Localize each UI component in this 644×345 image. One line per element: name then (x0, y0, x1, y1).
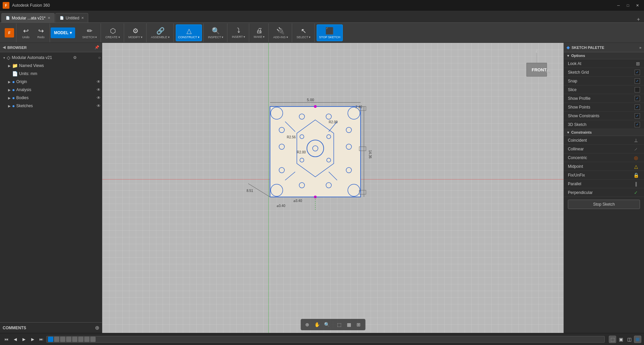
sketch-palette-pin[interactable]: » (639, 46, 641, 50)
show-points-checkbox[interactable] (635, 105, 640, 110)
fix-unfix-row[interactable]: Fix/UnFix 🔒 (564, 171, 644, 180)
viewport-orbit-btn[interactable]: ⊕ (303, 320, 312, 329)
viewcube[interactable]: FRONT X Z (520, 50, 553, 83)
timeline-marker-4 (72, 337, 77, 342)
model-dropdown[interactable]: MODEL ▾ (51, 27, 75, 38)
timeline-view-btn2[interactable]: ▣ (617, 336, 625, 343)
tab-label-modular: Modular ...ata v21* (12, 16, 46, 20)
timeline-marker-5 (78, 337, 84, 342)
midpoint-icon: △ (632, 164, 640, 169)
timeline-prev-button[interactable]: ◀ (11, 336, 19, 343)
assemble-button[interactable]: 🔗 ASSEMBLE ▾ (149, 24, 172, 41)
look-at-action[interactable]: ⊞ (636, 61, 640, 66)
timeline-marker-2 (60, 337, 65, 342)
tree-item-root[interactable]: ▾ ◇ Modular Automata v21 ⚙ ○ (0, 54, 102, 62)
browser-tree: ▾ ◇ Modular Automata v21 ⚙ ○ ▶ 📁 Named V… (0, 52, 102, 322)
origin-eye[interactable]: 👁 (97, 79, 101, 84)
tree-item-origin[interactable]: ▶ ● Origin 👁 (0, 78, 102, 86)
tab-close-untitled[interactable]: ✕ (81, 16, 84, 20)
viewport-fit-btn[interactable]: ⬚ (335, 320, 343, 329)
svg-text:FRONT: FRONT (532, 67, 547, 72)
root-label: Modular Automata v21 (12, 55, 52, 60)
viewport-pan-btn[interactable]: ✋ (313, 320, 321, 329)
slice-checkbox[interactable] (635, 87, 640, 92)
redo-label: Redo (37, 36, 45, 39)
maximize-button[interactable]: □ (624, 2, 632, 8)
snap-checkbox[interactable] (635, 78, 640, 84)
bodies-eye[interactable]: 👁 (97, 95, 101, 100)
tab-close-modular[interactable]: ✕ (48, 16, 50, 20)
modify-button[interactable]: ⚙ MODIFY ▾ (126, 24, 145, 41)
insert-button[interactable]: ⤵ INSERT ▾ (229, 24, 248, 41)
timeline-view-buttons: ⬚ ▣ ◫ ⊞ (609, 336, 641, 343)
undo-button[interactable]: ↩ Undo (18, 24, 33, 41)
sketches-eye[interactable]: 👁 (97, 104, 101, 108)
root-eye[interactable]: ⚙ (73, 55, 77, 60)
origin-label: Origin (16, 79, 27, 84)
collinear-row[interactable]: Collinear ⟋ (564, 145, 644, 153)
redo-button[interactable]: ↪ Redo (34, 24, 48, 41)
inspect-button[interactable]: 🔍 INSPECT ▾ (206, 24, 226, 41)
browser-toggle[interactable]: ◀ (3, 45, 5, 50)
tree-item-analysis[interactable]: ▶ ● Analysis 👁 (0, 86, 102, 94)
fix-unfix-icon: 🔒 (632, 172, 640, 178)
constraints-section-header[interactable]: ▼ Constraints (564, 129, 644, 136)
comments-expand[interactable]: ⊕ (95, 325, 99, 331)
midpoint-row[interactable]: Midpoint △ (564, 162, 644, 171)
options-section-header[interactable]: ▼ Options (564, 52, 644, 59)
tree-item-named-views[interactable]: ▶ 📁 Named Views (0, 62, 102, 70)
make-group: 🖨 MAKE ▾ (250, 23, 269, 42)
units-label: Units: mm (19, 71, 37, 76)
sketch-grid-checkbox[interactable] (635, 70, 640, 75)
perpendicular-row[interactable]: Perpendicular ✓ (564, 188, 644, 197)
constraints-label: Constraints (571, 130, 592, 134)
timeline-track[interactable] (46, 336, 605, 343)
viewport[interactable]: 5.00 R2.56 R2.00 R2.00 14.36 2.40 8.51 ⌀… (102, 43, 564, 333)
undo-label: Undo (22, 36, 30, 39)
app-menu-button[interactable]: F (5, 28, 14, 38)
timeline-start-button[interactable]: ⏮ (3, 336, 10, 343)
close-button[interactable]: ✕ (633, 2, 641, 8)
tab-untitled[interactable]: 📄 Untitled ✕ (55, 13, 89, 22)
timeline-end-button[interactable]: ⏭ (38, 336, 45, 343)
browser-pin[interactable]: 📌 (95, 45, 99, 50)
minimize-button[interactable]: ─ (614, 2, 623, 8)
svg-text:Z: Z (536, 50, 538, 53)
tree-item-bodies[interactable]: ▶ ● Bodies 👁 (0, 94, 102, 102)
construct-button[interactable]: △ CONSTRUCT ▾ (176, 24, 202, 41)
viewport-grid-btn[interactable]: ⊞ (354, 320, 363, 329)
timeline-view-btn3[interactable]: ◫ (626, 336, 633, 343)
sketch-grid-row: Sketch Grid (564, 68, 644, 77)
parallel-row[interactable]: Parallel ∥ (564, 180, 644, 188)
stop-sketch-toolbar-button[interactable]: ⬛ STOP SKETCH (317, 24, 342, 41)
viewport-zoom-btn[interactable]: 🔍 (322, 320, 331, 329)
coincident-row[interactable]: Coincident ⊥ (564, 136, 644, 145)
timeline-next-button[interactable]: ▶ (29, 336, 36, 343)
addins-button[interactable]: 🔌 ADD-INS ▾ (271, 24, 290, 41)
show-constraints-checkbox[interactable] (635, 113, 640, 119)
make-button[interactable]: 🖨 MAKE ▾ (251, 24, 267, 41)
create-button[interactable]: ⬡ CREATE ▾ (103, 24, 122, 41)
timeline-play-button[interactable]: ▶ (20, 336, 28, 343)
constraints-chevron: ▼ (567, 131, 570, 134)
timeline-view-btn4[interactable]: ⊞ (634, 336, 641, 343)
3d-sketch-checkbox[interactable] (635, 122, 640, 127)
model-arrow: ▾ (70, 30, 72, 35)
model-label: MODEL (54, 30, 68, 35)
timeline-view-btn1[interactable]: ⬚ (609, 336, 616, 343)
browser-header: ◀ BROWSER 📌 (0, 43, 102, 52)
show-profile-checkbox[interactable] (635, 96, 640, 101)
stop-sketch-palette-button[interactable]: Stop Sketch (568, 200, 640, 209)
sketch-button[interactable]: ✏ SKETCH ▾ (80, 24, 99, 41)
root-settings[interactable]: ○ (98, 55, 101, 60)
viewport-display-btn[interactable]: ▦ (344, 320, 353, 329)
insert-group: ⤵ INSERT ▾ (228, 23, 249, 42)
comments-area: COMMENTS ⊕ (0, 322, 102, 333)
select-button[interactable]: ↖ SELECT ▾ (294, 24, 313, 41)
tree-item-units[interactable]: 📄 Units: mm (0, 70, 102, 78)
analysis-eye[interactable]: 👁 (97, 87, 101, 92)
new-tab-button[interactable]: + (634, 16, 643, 22)
concentric-row[interactable]: Concentric ◎ (564, 153, 644, 162)
tab-modular[interactable]: 📄 Modular ...ata v21* ✕ (1, 13, 55, 22)
tree-item-sketches[interactable]: ▶ ● Sketches 👁 (0, 102, 102, 110)
